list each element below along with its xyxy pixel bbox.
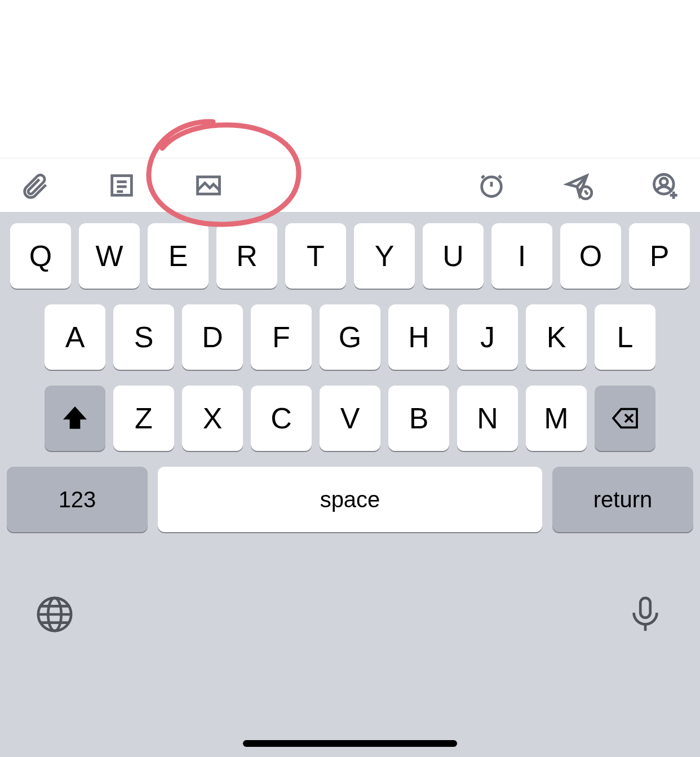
svg-point-12 (660, 178, 667, 185)
key-e[interactable]: E (148, 223, 209, 289)
key-h[interactable]: H (388, 304, 449, 370)
key-k[interactable]: K (526, 304, 587, 370)
add-contact-icon[interactable] (647, 167, 683, 203)
key-a[interactable]: A (45, 304, 105, 370)
key-l[interactable]: L (595, 304, 655, 370)
key-n[interactable]: N (457, 386, 518, 451)
key-s[interactable]: S (113, 304, 174, 370)
key-f[interactable]: F (251, 304, 312, 370)
numeric-key[interactable]: 123 (7, 467, 148, 532)
key-b[interactable]: B (388, 386, 449, 451)
toolbar-right-group (473, 167, 683, 203)
keyboard-row-1: Q W E R T Y U I O P (7, 223, 693, 289)
svg-point-5 (482, 176, 502, 196)
key-x[interactable]: X (182, 386, 243, 451)
key-u[interactable]: U (423, 223, 484, 289)
image-icon[interactable] (190, 167, 227, 203)
attachment-icon[interactable] (17, 167, 53, 203)
key-p[interactable]: P (629, 223, 690, 289)
content-area (0, 0, 700, 158)
home-indicator[interactable] (243, 740, 457, 747)
backspace-key[interactable] (595, 386, 655, 451)
keyboard-row-4: 123 space return (7, 467, 693, 532)
key-d[interactable]: D (182, 304, 243, 370)
shift-key[interactable] (45, 386, 105, 451)
key-m[interactable]: M (526, 386, 587, 451)
svg-rect-20 (640, 598, 650, 618)
key-z[interactable]: Z (113, 386, 174, 451)
key-i[interactable]: I (491, 223, 552, 289)
key-v[interactable]: V (320, 386, 380, 451)
key-j[interactable]: J (457, 304, 518, 370)
toolbar-left-group (17, 167, 227, 203)
key-w[interactable]: W (79, 223, 140, 289)
key-g[interactable]: G (320, 304, 380, 370)
mic-icon[interactable] (626, 595, 665, 636)
compose-toolbar (0, 158, 700, 212)
schedule-send-icon[interactable] (560, 167, 596, 203)
key-o[interactable]: O (560, 223, 621, 289)
key-y[interactable]: Y (354, 223, 415, 289)
key-q[interactable]: Q (10, 223, 71, 289)
keyboard-row-3: Z X C V B N M (7, 386, 693, 451)
svg-line-10 (586, 193, 588, 194)
return-key[interactable]: return (552, 467, 693, 532)
keyboard-row-2: A S D F G H J K L (7, 304, 693, 370)
note-icon[interactable] (104, 167, 140, 203)
globe-icon[interactable] (35, 595, 74, 636)
key-c[interactable]: C (251, 386, 312, 451)
ios-keyboard: Q W E R T Y U I O P A S D F G H J K L Z … (0, 212, 700, 757)
key-t[interactable]: T (285, 223, 346, 289)
keyboard-bottom-row (7, 548, 693, 661)
timer-icon[interactable] (473, 167, 510, 203)
key-r[interactable]: R (216, 223, 277, 289)
space-key[interactable]: space (158, 467, 542, 532)
